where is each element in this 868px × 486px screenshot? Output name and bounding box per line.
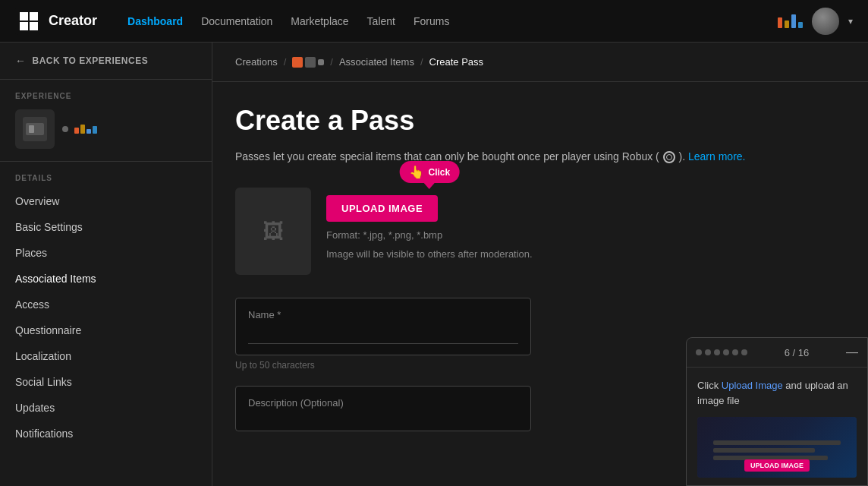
sidebar-item-places[interactable]: Places (0, 240, 212, 266)
learn-more-link[interactable]: Learn more. (688, 150, 745, 163)
svg-rect-0 (15, 8, 42, 35)
overlay-text-start: Click (697, 380, 722, 391)
upload-section: 🖼 👆 Click UPLOAD IMAGE Format: *.jpg, *.… (235, 188, 845, 275)
sidebar: ← BACK TO EXPERIENCES EXPERIENCE (0, 43, 212, 486)
drag-dot-6 (741, 349, 747, 355)
color-bars-icon (778, 14, 803, 28)
name-input-wrapper[interactable]: Name * (235, 298, 531, 355)
sidebar-item-notifications-label: Notifications (15, 428, 73, 440)
overlay-body: Click Upload Image and upload an image f… (687, 368, 867, 485)
dropdown-arrow-icon[interactable]: ▾ (848, 16, 853, 27)
image-placeholder: 🖼 (235, 188, 311, 275)
drag-dot-2 (705, 349, 711, 355)
breadcrumb-creations[interactable]: Creations (235, 56, 278, 68)
overlay-panel: 6 / 16 — Click Upload Image and upload a… (686, 337, 868, 486)
sidebar-item-access-label: Access (15, 298, 49, 311)
top-navigation: Creator Dashboard Documentation Marketpl… (0, 0, 868, 43)
overlay-preview-inner: UPLOAD IMAGE (697, 417, 857, 478)
click-label: Click (429, 167, 451, 178)
overlay-img-badge: UPLOAD IMAGE (744, 459, 810, 472)
nav-links: Dashboard Documentation Marketplace Tale… (127, 15, 449, 27)
svg-rect-3 (20, 22, 28, 30)
experience-card (15, 109, 197, 149)
experience-label: EXPERIENCE (15, 92, 197, 100)
sidebar-item-overview[interactable]: Overview (0, 188, 212, 214)
upload-info: 👆 Click UPLOAD IMAGE Format: *.jpg, *.pn… (326, 188, 533, 260)
sidebar-item-social-links-label: Social Links (15, 376, 72, 388)
overlay-header: 6 / 16 — (687, 338, 867, 368)
upload-format-text: Format: *.jpg, *.png, *.bmp (326, 229, 533, 241)
cursor-hand-icon: 👆 (409, 165, 424, 179)
upload-note-text: Image will be visible to others after mo… (326, 248, 533, 260)
breadcrumb-sep-2: / (330, 56, 333, 68)
breadcrumb-create-pass: Create Pass (429, 56, 484, 68)
svg-rect-7 (29, 125, 34, 133)
logo[interactable]: Creator (15, 8, 97, 35)
nav-link-marketplace[interactable]: Marketplace (291, 15, 348, 27)
breadcrumb-game-icon (292, 57, 324, 68)
roblox-logo-icon (15, 8, 42, 35)
experience-thumbnail (15, 109, 55, 149)
nav-link-forums[interactable]: Forums (414, 15, 449, 27)
overlay-drag-handle (696, 349, 747, 355)
sidebar-item-access[interactable]: Access (0, 292, 212, 317)
sidebar-item-basic-settings-label: Basic Settings (15, 221, 83, 233)
description-field-section: Description (Optional) (235, 386, 531, 431)
overlay-preview-image: UPLOAD IMAGE (697, 417, 857, 478)
nav-link-talent[interactable]: Talent (367, 15, 395, 27)
svg-rect-4 (30, 22, 38, 30)
nav-right: ▾ (778, 8, 853, 35)
experience-thumb-icon (21, 115, 49, 143)
sidebar-item-places-label: Places (15, 247, 47, 259)
sidebar-item-updates[interactable]: Updates (0, 395, 212, 421)
details-section: DETAILS Overview Basic Settings Places A… (0, 162, 212, 459)
robux-icon (663, 151, 675, 163)
back-label: BACK TO EXPERIENCES (33, 55, 149, 66)
nav-link-dashboard[interactable]: Dashboard (127, 15, 183, 27)
experience-section: EXPERIENCE (0, 80, 212, 162)
sidebar-item-updates-label: Updates (15, 402, 55, 414)
avatar[interactable] (812, 8, 839, 35)
sidebar-item-localization[interactable]: Localization (0, 343, 212, 369)
description-input-wrapper[interactable]: Description (Optional) (235, 386, 531, 431)
sidebar-item-associated-items-label: Associated Items (15, 273, 96, 285)
breadcrumb-sep-1: / (284, 56, 287, 68)
name-underline (248, 343, 518, 344)
breadcrumb-associated-items[interactable]: Associated Items (339, 56, 414, 68)
overlay-upload-link[interactable]: Upload Image (722, 380, 783, 391)
breadcrumb-sep-3: / (420, 56, 423, 68)
sidebar-item-questionnaire[interactable]: Questionnaire (0, 317, 212, 343)
details-label: DETAILS (0, 174, 212, 182)
sidebar-item-localization-label: Localization (15, 350, 71, 362)
upload-image-button[interactable]: UPLOAD IMAGE (326, 195, 438, 222)
sidebar-item-basic-settings[interactable]: Basic Settings (0, 214, 212, 240)
sidebar-item-associated-items[interactable]: Associated Items (0, 266, 212, 292)
drag-dot-4 (723, 349, 729, 355)
name-label: Name * (248, 309, 518, 320)
image-placeholder-icon: 🖼 (263, 219, 284, 244)
breadcrumb: Creations / / Associated Items / Create … (212, 43, 868, 82)
overlay-minimize-button[interactable]: — (846, 346, 858, 359)
page-description: Passes let you create special items that… (235, 149, 845, 165)
description-label: Description (Optional) (248, 397, 518, 409)
description-text-end: ). (679, 150, 686, 163)
svg-rect-1 (20, 12, 28, 21)
nav-link-documentation[interactable]: Documentation (201, 15, 272, 27)
name-input[interactable] (248, 324, 518, 336)
sidebar-item-notifications[interactable]: Notifications (0, 421, 212, 447)
drag-dot-5 (732, 349, 738, 355)
sidebar-item-overview-label: Overview (15, 195, 59, 207)
upload-btn-container: 👆 Click UPLOAD IMAGE (326, 195, 533, 222)
sidebar-item-questionnaire-label: Questionnaire (15, 324, 81, 336)
svg-rect-2 (30, 12, 38, 21)
overlay-counter: 6 / 16 (785, 347, 810, 358)
drag-dot-3 (714, 349, 720, 355)
page-title: Create a Pass (235, 105, 845, 137)
sidebar-item-social-links[interactable]: Social Links (0, 369, 212, 395)
experience-meta-icons (62, 125, 97, 134)
svg-rect-6 (26, 123, 44, 135)
click-tooltip: 👆 Click (400, 161, 460, 183)
back-to-experiences-button[interactable]: ← BACK TO EXPERIENCES (0, 43, 212, 80)
logo-text: Creator (49, 13, 97, 29)
back-arrow-icon: ← (15, 55, 27, 67)
